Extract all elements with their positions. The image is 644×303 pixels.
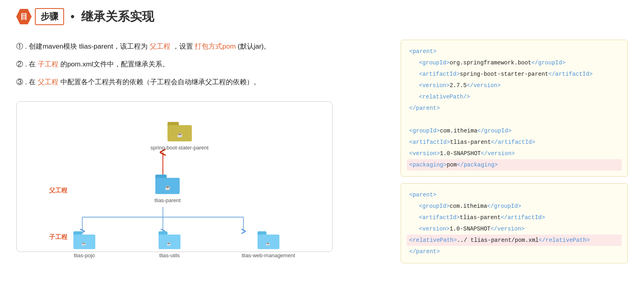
fu-label: 父工程: [49, 187, 67, 194]
code-line-1-2: <groupId>org.springframework.boot</group…: [409, 57, 619, 68]
step-3-text2: 中配置各个工程共有的依赖（子工程会自动继承父工程的依赖）。: [60, 78, 260, 86]
step-2-text1: . 在: [25, 60, 36, 68]
folder-spring-boot-label: spring-boot-stater-parent: [150, 145, 208, 151]
header-badge: 目 步骤: [16, 8, 64, 25]
zi-label: 子工程: [49, 233, 67, 241]
code-line-1-9: <version>1.0-SNAPSHOT</version>: [409, 148, 619, 159]
step-1: ① . 创建maven模块 tlias-parent，该工程为 父工程 ，设置 …: [16, 40, 384, 53]
code-line-2-3: <artifactId>tlias-parent</artifactId>: [409, 212, 619, 223]
header: 目 步骤 • 继承关系实现: [16, 8, 628, 25]
header-dot: •: [71, 10, 75, 23]
right-content: <parent> <groupId>org.springframework.bo…: [401, 40, 628, 270]
badge-icon-text: 目: [20, 12, 28, 21]
folder-icon-spring-boot: ☕: [167, 122, 192, 141]
step-1-text3: (默认jar)。: [238, 43, 270, 50]
folder-tlias-pojo: ☕ tlias-pojo: [73, 231, 95, 258]
svg-text:☕: ☕: [82, 241, 86, 246]
code-panel-1: <parent> <groupId>org.springframework.bo…: [401, 40, 628, 177]
folder-icon-tlias-web: ☕: [258, 231, 279, 249]
step-1-number: ①: [16, 43, 23, 50]
step-2-text2: 的pom.xml文件中，配置继承关系。: [60, 60, 169, 68]
code-line-1-7: <groupId>com.itheima</groupId>: [409, 125, 619, 137]
diagram-inner: ☕ spring-boot-stater-parent ☕: [25, 114, 324, 243]
step-2-red1: 子工程: [38, 60, 58, 68]
code-line-1-5: <relativePath/>: [409, 91, 619, 102]
folder-spring-boot: ☕ spring-boot-stater-parent: [150, 122, 208, 151]
code-line-1-blank: [409, 114, 619, 125]
code-line-2-2: <groupId>com.itheima</groupId>: [409, 201, 619, 212]
svg-text:☕: ☕: [177, 132, 183, 138]
diagram-box: ☕ spring-boot-stater-parent ☕: [16, 101, 333, 252]
badge-label: 步骤: [35, 8, 64, 25]
folder-tlias-pojo-label: tlias-pojo: [74, 252, 95, 258]
svg-text:☕: ☕: [165, 184, 171, 190]
badge-hexagon: 目: [16, 9, 32, 24]
code-line-2-4: <version>1.0-SNAPSHOT</version>: [409, 223, 619, 235]
step-1-text2: ，设置: [172, 43, 193, 50]
folder-tlias-parent: ☕ tlias-parent: [155, 175, 180, 203]
code-line-1-10: <packaging>pom</packaging>: [407, 159, 622, 171]
step-3: ③ . 在 父工程 中配置各个工程共有的依赖（子工程会自动继承父工程的依赖）。: [16, 75, 384, 89]
svg-text:☕: ☕: [167, 241, 172, 246]
folder-tlias-web-label: tlias-web-management: [242, 252, 295, 258]
page-title: 继承关系实现: [81, 9, 154, 25]
left-content: ① . 创建maven模块 tlias-parent，该工程为 父工程 ，设置 …: [16, 40, 384, 252]
step-1-red1: 父工程: [150, 43, 170, 50]
folder-icon-tlias-parent: ☕: [155, 175, 180, 194]
folder-tlias-parent-label: tlias-parent: [155, 197, 180, 203]
code-panel-2: <parent> <groupId>com.itheima</groupId> …: [401, 183, 628, 263]
step-3-text1: . 在: [25, 78, 36, 86]
code-line-1-8: <artifactId>tlias-parent</artifactId>: [409, 137, 619, 148]
svg-text:☕: ☕: [266, 241, 270, 246]
folder-tlias-web: ☕ tlias-web-management: [242, 231, 295, 258]
step-3-number: ③: [16, 78, 23, 86]
folder-tlias-utils-label: tlias-utils: [159, 252, 180, 258]
main-layout: ① . 创建maven模块 tlias-parent，该工程为 父工程 ，设置 …: [16, 40, 628, 270]
code-line-1-1: <parent>: [409, 46, 619, 57]
folder-icon-tlias-utils: ☕: [159, 231, 180, 249]
step-1-text1: . 创建maven模块 tlias-parent，该工程为: [25, 43, 148, 50]
code-line-1-6: </parent>: [409, 102, 619, 114]
code-line-2-6: </parent>: [409, 246, 619, 257]
code-line-1-3: <artifactId>spring-boot-starter-parent</…: [409, 68, 619, 80]
step-2: ② . 在 子工程 的pom.xml文件中，配置继承关系。: [16, 58, 384, 71]
folder-tlias-utils: ☕ tlias-utils: [159, 231, 180, 258]
step-2-number: ②: [16, 60, 23, 68]
code-line-1-4: <version>2.7.5</version>: [409, 80, 619, 91]
folder-icon-tlias-pojo: ☕: [73, 231, 95, 249]
code-line-2-1: <parent>: [409, 189, 619, 201]
step-3-red1: 父工程: [38, 78, 58, 86]
step-1-red2: 打包方式pom: [195, 43, 236, 50]
code-line-2-5: <relativePath>../ tlias-parent/pom.xml</…: [407, 235, 622, 246]
